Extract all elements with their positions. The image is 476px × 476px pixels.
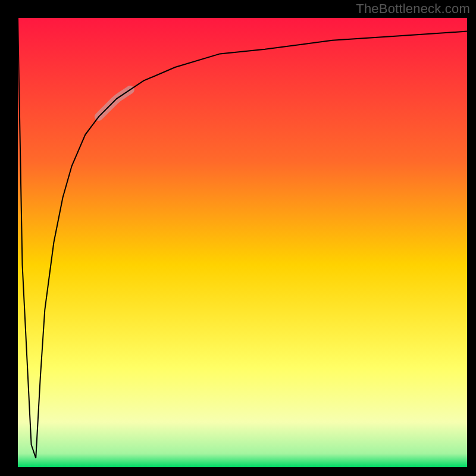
plot-area: [18, 18, 467, 467]
watermark-text: TheBottleneck.com: [356, 1, 470, 17]
gradient-background: [18, 18, 467, 467]
chart-svg: [18, 18, 467, 467]
chart-frame: TheBottleneck.com: [0, 0, 476, 476]
